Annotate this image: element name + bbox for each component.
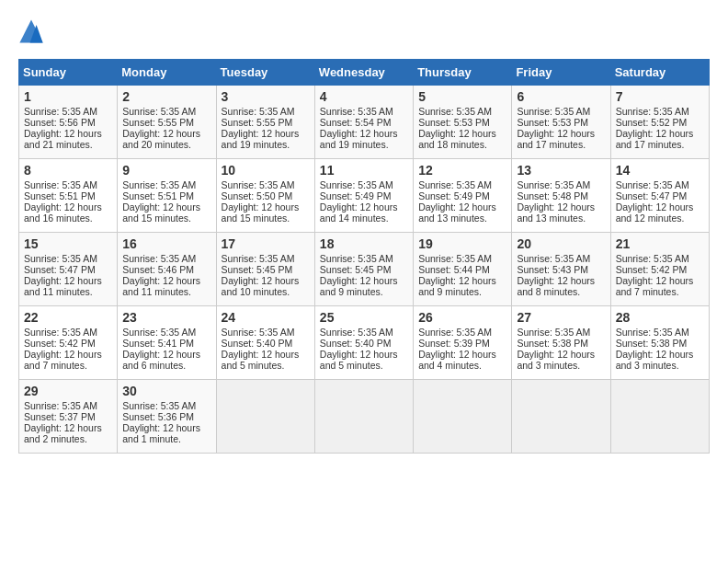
sunrise-text: Sunrise: 5:35 AM <box>418 253 492 264</box>
day-number: 4 <box>320 89 408 104</box>
calendar-cell: 23Sunrise: 5:35 AMSunset: 5:41 PMDayligh… <box>118 306 216 380</box>
day-number: 26 <box>418 310 506 325</box>
daylight-text: Daylight: 12 hours and 11 minutes. <box>24 275 102 297</box>
calendar-cell: 17Sunrise: 5:35 AMSunset: 5:45 PMDayligh… <box>216 233 314 306</box>
sunrise-text: Sunrise: 5:35 AM <box>122 106 196 117</box>
calendar-cell: 27Sunrise: 5:35 AMSunset: 5:38 PMDayligh… <box>512 306 610 380</box>
calendar-cell <box>610 380 709 454</box>
sunset-text: Sunset: 5:51 PM <box>122 190 194 201</box>
calendar-week-2: 8Sunrise: 5:35 AMSunset: 5:51 PMDaylight… <box>19 159 710 233</box>
sunrise-text: Sunrise: 5:35 AM <box>122 327 196 338</box>
calendar-cell: 15Sunrise: 5:35 AMSunset: 5:47 PMDayligh… <box>19 233 118 306</box>
calendar-cell <box>512 380 610 454</box>
day-number: 2 <box>122 89 210 104</box>
sunrise-text: Sunrise: 5:35 AM <box>222 179 295 190</box>
daylight-text: Daylight: 12 hours and 16 minutes. <box>24 201 102 224</box>
daylight-text: Daylight: 12 hours and 9 minutes. <box>418 275 496 297</box>
daylight-text: Daylight: 12 hours and 5 minutes. <box>320 349 398 371</box>
daylight-text: Daylight: 12 hours and 21 minutes. <box>24 128 102 150</box>
sunset-text: Sunset: 5:49 PM <box>418 190 490 201</box>
sunrise-text: Sunrise: 5:35 AM <box>24 400 97 411</box>
sunrise-text: Sunrise: 5:35 AM <box>320 106 393 117</box>
day-number: 27 <box>517 310 605 325</box>
day-number: 1 <box>24 89 112 104</box>
sunrise-text: Sunrise: 5:35 AM <box>222 327 295 338</box>
calendar-cell: 6Sunrise: 5:35 AMSunset: 5:53 PMDaylight… <box>512 86 610 159</box>
day-number: 23 <box>122 310 210 325</box>
calendar-week-1: 1Sunrise: 5:35 AMSunset: 5:56 PMDaylight… <box>19 86 710 159</box>
daylight-text: Daylight: 12 hours and 8 minutes. <box>517 275 595 297</box>
calendar-week-3: 15Sunrise: 5:35 AMSunset: 5:47 PMDayligh… <box>19 233 710 306</box>
header-sunday: Sunday <box>19 60 118 86</box>
sunset-text: Sunset: 5:45 PM <box>320 264 392 275</box>
calendar-cell <box>414 380 512 454</box>
day-number: 13 <box>517 163 605 178</box>
day-number: 29 <box>24 384 112 398</box>
calendar-cell: 26Sunrise: 5:35 AMSunset: 5:39 PMDayligh… <box>414 306 512 380</box>
day-number: 16 <box>122 236 210 251</box>
daylight-text: Daylight: 12 hours and 7 minutes. <box>616 275 694 297</box>
sunrise-text: Sunrise: 5:35 AM <box>517 179 590 190</box>
calendar-cell: 3Sunrise: 5:35 AMSunset: 5:55 PMDaylight… <box>216 86 314 159</box>
calendar-cell: 19Sunrise: 5:35 AMSunset: 5:44 PMDayligh… <box>414 233 512 306</box>
sunset-text: Sunset: 5:51 PM <box>24 190 96 201</box>
sunrise-text: Sunrise: 5:35 AM <box>418 179 492 190</box>
header-friday: Friday <box>512 60 610 86</box>
daylight-text: Daylight: 12 hours and 3 minutes. <box>517 349 595 371</box>
sunrise-text: Sunrise: 5:35 AM <box>418 106 492 117</box>
calendar-cell: 2Sunrise: 5:35 AMSunset: 5:55 PMDaylight… <box>118 86 216 159</box>
daylight-text: Daylight: 12 hours and 13 minutes. <box>418 201 496 224</box>
daylight-text: Daylight: 12 hours and 11 minutes. <box>122 275 200 297</box>
calendar-header: SundayMondayTuesdayWednesdayThursdayFrid… <box>19 60 710 86</box>
day-number: 12 <box>418 163 506 178</box>
calendar-cell: 28Sunrise: 5:35 AMSunset: 5:38 PMDayligh… <box>610 306 709 380</box>
day-number: 20 <box>517 236 605 251</box>
sunset-text: Sunset: 5:55 PM <box>222 117 293 128</box>
sunrise-text: Sunrise: 5:35 AM <box>616 106 689 117</box>
daylight-text: Daylight: 12 hours and 17 minutes. <box>616 128 694 150</box>
sunset-text: Sunset: 5:49 PM <box>320 190 392 201</box>
sunset-text: Sunset: 5:55 PM <box>122 117 194 128</box>
logo-icon <box>18 18 44 44</box>
day-number: 11 <box>320 163 408 178</box>
sunset-text: Sunset: 5:40 PM <box>222 338 293 349</box>
header-wednesday: Wednesday <box>314 60 413 86</box>
daylight-text: Daylight: 12 hours and 5 minutes. <box>222 349 300 371</box>
daylight-text: Daylight: 12 hours and 19 minutes. <box>320 128 398 150</box>
calendar-week-4: 22Sunrise: 5:35 AMSunset: 5:42 PMDayligh… <box>19 306 710 380</box>
daylight-text: Daylight: 12 hours and 20 minutes. <box>122 128 200 150</box>
sunrise-text: Sunrise: 5:35 AM <box>24 106 97 117</box>
calendar-cell: 25Sunrise: 5:35 AMSunset: 5:40 PMDayligh… <box>314 306 413 380</box>
day-number: 21 <box>616 236 704 251</box>
calendar-cell <box>314 380 413 454</box>
sunset-text: Sunset: 5:41 PM <box>122 338 194 349</box>
day-number: 17 <box>222 236 310 251</box>
day-number: 3 <box>222 89 310 104</box>
daylight-text: Daylight: 12 hours and 10 minutes. <box>222 275 300 297</box>
day-number: 18 <box>320 236 408 251</box>
sunset-text: Sunset: 5:53 PM <box>517 117 588 128</box>
sunset-text: Sunset: 5:42 PM <box>24 338 96 349</box>
day-number: 22 <box>24 310 112 325</box>
sunrise-text: Sunrise: 5:35 AM <box>320 327 393 338</box>
sunrise-text: Sunrise: 5:35 AM <box>517 253 590 264</box>
daylight-text: Daylight: 12 hours and 18 minutes. <box>418 128 496 150</box>
daylight-text: Daylight: 12 hours and 17 minutes. <box>517 128 595 150</box>
calendar-cell: 5Sunrise: 5:35 AMSunset: 5:53 PMDaylight… <box>414 86 512 159</box>
calendar-cell <box>216 380 314 454</box>
calendar-cell: 22Sunrise: 5:35 AMSunset: 5:42 PMDayligh… <box>19 306 118 380</box>
header-saturday: Saturday <box>610 60 709 86</box>
day-number: 14 <box>616 163 704 178</box>
day-number: 15 <box>24 236 112 251</box>
sunrise-text: Sunrise: 5:35 AM <box>24 179 97 190</box>
day-number: 25 <box>320 310 408 325</box>
sunrise-text: Sunrise: 5:35 AM <box>320 179 393 190</box>
sunset-text: Sunset: 5:39 PM <box>418 338 490 349</box>
sunrise-text: Sunrise: 5:35 AM <box>122 179 196 190</box>
daylight-text: Daylight: 12 hours and 15 minutes. <box>222 201 300 224</box>
sunset-text: Sunset: 5:36 PM <box>122 411 194 422</box>
sunset-text: Sunset: 5:47 PM <box>24 264 96 275</box>
sunrise-text: Sunrise: 5:35 AM <box>24 253 97 264</box>
calendar-cell: 16Sunrise: 5:35 AMSunset: 5:46 PMDayligh… <box>118 233 216 306</box>
sunrise-text: Sunrise: 5:35 AM <box>122 400 196 411</box>
